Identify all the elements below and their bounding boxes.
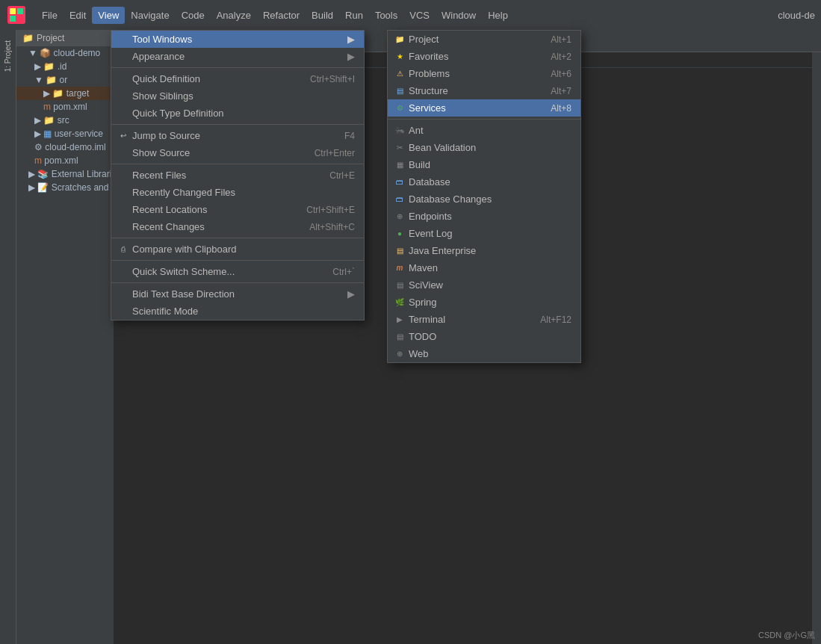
show-source-icon [117, 147, 129, 159]
tree-item-or[interactable]: ▼ 📁 or [16, 73, 114, 87]
menu-item-quick-type-def[interactable]: Quick Type Definition [111, 105, 364, 122]
tree-item-user-service[interactable]: ▶ ▦ user-service [16, 127, 114, 140]
library-icon: 📚 [37, 169, 51, 179]
menu-view[interactable]: View [92, 7, 125, 24]
expand-icon: ▶ [28, 182, 37, 193]
tool-window-item-services[interactable]: ⚙ Services Alt+8 [388, 99, 580, 117]
menu-item-compare-clipboard[interactable]: ⎙ Compare with Clipboard [111, 241, 364, 258]
folder-icon: 📁 [43, 115, 57, 126]
menu-divider [111, 282, 364, 283]
menu-help[interactable]: Help [482, 7, 514, 24]
shortcut-label: Ctrl+Enter [300, 148, 355, 158]
menu-item-scientific-mode[interactable]: Scientific Mode [111, 303, 364, 320]
tool-window-item-java-enterprise[interactable]: ▤ Java Enterprise [388, 242, 580, 259]
menu-file[interactable]: File [36, 7, 63, 24]
menu-edit[interactable]: Edit [63, 7, 92, 24]
expand-icon: ▶ [28, 169, 37, 179]
menu-divider [111, 164, 364, 164]
shortcut-label: Alt+8 [536, 103, 571, 114]
tree-item-cloud-demo-iml[interactable]: ⚙ cloud-demo.iml [16, 140, 114, 154]
tool-window-item-ant[interactable]: 🐜 Ant [388, 122, 580, 139]
tool-window-item-build[interactable]: ▦ Build [388, 156, 580, 173]
bidi-text-icon [117, 288, 129, 300]
submenu-arrow-icon: ▶ [332, 51, 355, 62]
tool-window-item-database-changes[interactable]: 🗃 Database Changes [388, 191, 580, 208]
problems-tool-icon: ⚠ [394, 68, 406, 80]
tree-item-src[interactable]: ▶ 📁 src [16, 114, 114, 127]
tree-item-scratches[interactable]: ▶ 📝 Scratches and Consoles [16, 181, 114, 194]
shortcut-label: F4 [329, 131, 355, 141]
menu-item-quick-switch[interactable]: Quick Switch Scheme... Ctrl+` [111, 263, 364, 280]
tool-window-item-favorites[interactable]: ★ Favorites Alt+2 [388, 48, 580, 65]
recent-locations-icon [117, 204, 129, 216]
menu-item-show-siblings[interactable]: Show Siblings [111, 87, 364, 105]
menu-item-recent-changes[interactable]: Recent Changes Alt+Shift+C [111, 218, 364, 235]
shortcut-label: Alt+Shift+C [294, 222, 355, 232]
tool-window-item-project[interactable]: 📁 Project Alt+1 [388, 31, 580, 48]
tool-window-item-event-log[interactable]: ● Event Log [388, 225, 580, 242]
sidebar-tab-project[interactable]: 1: Project [2, 36, 13, 76]
recent-changes-icon [117, 221, 129, 233]
menu-build[interactable]: Build [306, 7, 339, 24]
menu-refactor[interactable]: Refactor [257, 7, 306, 24]
tool-window-item-web[interactable]: ⊕ Web [388, 345, 580, 362]
menu-item-appearance[interactable]: Appearance ▶ [111, 48, 364, 65]
tree-item-ext-libs[interactable]: ▶ 📚 External Libraries [16, 167, 114, 181]
tool-window-item-database[interactable]: 🗃 Database [388, 173, 580, 191]
menu-item-quick-definition[interactable]: Quick Definition Ctrl+Shift+I [111, 70, 364, 87]
tool-window-item-spring[interactable]: 🌿 Spring [388, 294, 580, 311]
maven-icon: m [43, 102, 53, 112]
favorites-tool-icon: ★ [394, 51, 406, 63]
tool-window-item-maven[interactable]: m Maven [388, 259, 580, 276]
tool-window-item-structure[interactable]: ▤ Structure Alt+7 [388, 82, 580, 99]
tool-window-item-terminal[interactable]: ▶ Terminal Alt+F12 [388, 311, 580, 328]
tree-item-id[interactable]: ▶ 📁 .id [16, 60, 114, 73]
menu-item-bidi-text[interactable]: Bidi Text Base Direction ▶ [111, 285, 364, 303]
menu-item-recent-locations[interactable]: Recent Locations Ctrl+Shift+E [111, 201, 364, 218]
menu-item-recent-files[interactable]: Recent Files Ctrl+E [111, 167, 364, 184]
menu-tools[interactable]: Tools [369, 7, 403, 24]
endpoints-tool-icon: ⊕ [394, 211, 406, 223]
tree-item-target[interactable]: ▶ 📁 target [16, 87, 114, 100]
compare-clipboard-icon: ⎙ [117, 244, 129, 256]
tree-item-pom-xml-1[interactable]: m pom.xml [16, 100, 114, 114]
menu-bar: File Edit View Navigate Code Analyze Ref… [0, 0, 821, 30]
menu-item-tool-windows[interactable]: Tool Windows ▶ [111, 31, 364, 48]
services-tool-icon: ⚙ [394, 102, 406, 114]
tool-window-item-problems[interactable]: ⚠ Problems Alt+6 [388, 65, 580, 82]
iml-icon: ⚙ [34, 142, 45, 152]
tool-window-item-bean-validation[interactable]: ✂ Bean Validation [388, 139, 580, 156]
menu-analyze[interactable]: Analyze [211, 7, 257, 24]
tree-item-cloud-demo[interactable]: ▼ 📦 cloud-demo [16, 46, 114, 60]
tool-window-item-todo[interactable]: ▤ TODO [388, 328, 580, 345]
menu-item-show-source[interactable]: Show Source Ctrl+Enter [111, 144, 364, 161]
tool-window-item-endpoints[interactable]: ⊕ Endpoints [388, 208, 580, 225]
menu-vcs[interactable]: VCS [403, 7, 436, 24]
menu-item-jump-to-source[interactable]: ↩ Jump to Source F4 [111, 127, 364, 144]
project-panel-header: 📁 Project [16, 30, 114, 46]
recent-files-icon [117, 170, 129, 182]
scientific-mode-icon [117, 306, 129, 318]
folder-icon: 📁 [43, 61, 57, 72]
menu-item-recently-changed[interactable]: Recently Changed Files [111, 184, 364, 201]
menu-divider [111, 67, 364, 68]
appearance-icon [117, 51, 129, 63]
scrollbar[interactable] [812, 52, 821, 644]
bean-validation-tool-icon: ✂ [394, 142, 406, 154]
module-icon: 📦 [40, 48, 53, 58]
project-panel-title: Project [37, 33, 64, 43]
menu-run[interactable]: Run [339, 7, 369, 24]
todo-tool-icon: ▤ [394, 331, 406, 343]
shortcut-label: Ctrl+E [315, 170, 355, 181]
menu-window[interactable]: Window [436, 7, 482, 24]
tree-item-pom-xml-2[interactable]: m pom.xml [16, 154, 114, 167]
ant-tool-icon: 🐜 [394, 125, 406, 137]
svg-rect-3 [10, 16, 16, 22]
structure-tool-icon: ▤ [394, 85, 406, 97]
menu-code[interactable]: Code [176, 7, 211, 24]
expand-icon: ▶ [43, 88, 52, 99]
tool-window-item-sciview[interactable]: ▤ SciView [388, 276, 580, 294]
menu-navigate[interactable]: Navigate [125, 7, 175, 24]
vertical-tab-bar: 1: Project [0, 30, 16, 644]
expand-icon: ▼ [34, 75, 46, 85]
